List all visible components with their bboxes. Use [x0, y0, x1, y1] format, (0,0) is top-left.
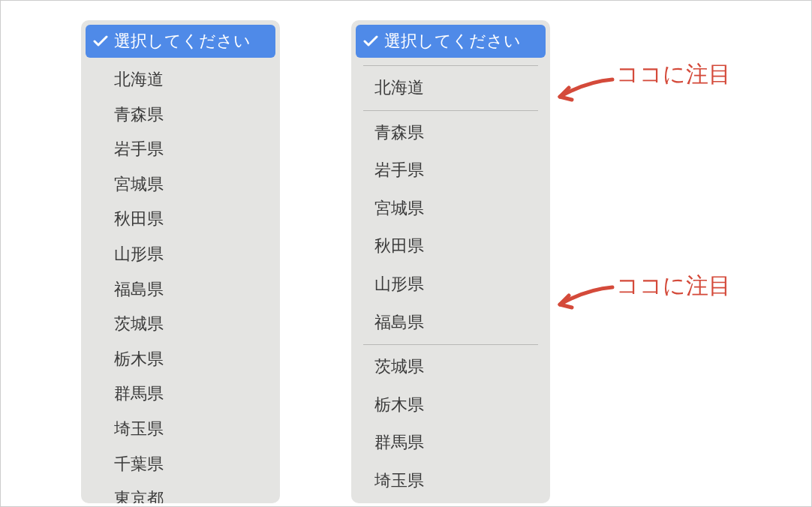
annotation-label: ココに注目: [616, 271, 731, 302]
dropdown-item[interactable]: 栃木県: [86, 342, 275, 377]
dropdown-item[interactable]: 茨城県: [356, 348, 546, 386]
group-divider: [363, 65, 538, 66]
dropdown-item[interactable]: 青森県: [86, 98, 275, 133]
check-icon: [363, 35, 378, 47]
dropdown-item[interactable]: 北海道: [86, 62, 275, 98]
dropdown-prefecture-left[interactable]: 選択してください 北海道 青森県 岩手県 宮城県 秋田県 山形県 福島県 茨城県…: [81, 20, 280, 503]
dropdown-item[interactable]: 山形県: [86, 237, 275, 272]
dropdown-selected-label: 選択してください: [384, 30, 521, 52]
dropdown-selected-option[interactable]: 選択してください: [86, 25, 275, 58]
dropdown-item[interactable]: 福島県: [356, 304, 546, 342]
dropdown-list: 北海道 青森県 岩手県 宮城県 秋田県 山形県 福島県 茨城県 栃木県 群馬県 …: [356, 58, 546, 503]
dropdown-selected-option[interactable]: 選択してください: [356, 25, 546, 58]
dropdown-item[interactable]: 千葉県: [86, 447, 275, 482]
dropdown-item[interactable]: 宮城県: [86, 167, 275, 202]
dropdown-item[interactable]: 埼玉県: [86, 412, 275, 447]
dropdown-item[interactable]: 北海道: [356, 69, 546, 107]
check-icon: [93, 35, 108, 47]
dropdown-item[interactable]: 岩手県: [356, 152, 546, 190]
dropdown-item[interactable]: 群馬県: [86, 376, 275, 412]
annotation-arrow-icon: [552, 284, 620, 321]
dropdown-item[interactable]: 千葉県: [356, 500, 546, 503]
dropdown-list: 北海道 青森県 岩手県 宮城県 秋田県 山形県 福島県 茨城県 栃木県 群馬県 …: [86, 58, 275, 503]
dropdown-item[interactable]: 青森県: [356, 114, 546, 152]
dropdown-item[interactable]: 福島県: [86, 272, 275, 308]
dropdown-item[interactable]: 群馬県: [356, 424, 546, 462]
dropdown-selected-label: 選択してください: [114, 30, 251, 52]
annotation-label: ココに注目: [616, 59, 731, 90]
dropdown-item[interactable]: 宮城県: [356, 190, 546, 228]
dropdown-item[interactable]: 茨城県: [86, 307, 275, 342]
dropdown-item[interactable]: 東京都: [86, 482, 275, 503]
dropdown-item[interactable]: 埼玉県: [356, 462, 546, 500]
dropdown-prefecture-right[interactable]: 選択してください 北海道 青森県 岩手県 宮城県 秋田県 山形県 福島県 茨城県…: [351, 20, 550, 503]
dropdown-item[interactable]: 秋田県: [356, 227, 546, 266]
dropdown-item[interactable]: 栃木県: [356, 386, 546, 424]
dropdown-item[interactable]: 岩手県: [86, 132, 275, 167]
dropdown-item[interactable]: 秋田県: [86, 202, 275, 237]
dropdown-item[interactable]: 山形県: [356, 266, 546, 304]
annotation-arrow-icon: [552, 76, 620, 113]
group-divider: [363, 344, 538, 345]
group-divider: [363, 110, 538, 111]
